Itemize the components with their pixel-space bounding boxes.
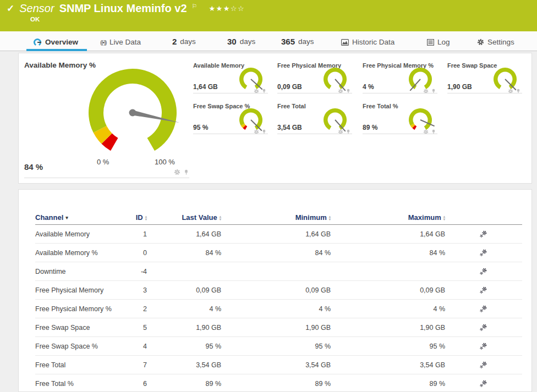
primary-channel-value: 84 % [24, 162, 43, 172]
cell-channel: Available Memory [35, 230, 131, 238]
channel-gauge-tile: Available Memory1,64 GB [193, 62, 268, 94]
table-row[interactable]: Free Swap Space %495 %95 %95 % [35, 337, 522, 356]
cell-last-value: 4 % [147, 305, 221, 313]
channel-settings-icon[interactable] [445, 268, 522, 275]
channel-settings-icon[interactable] [445, 380, 522, 388]
channel-gauge-value: 1,90 GB [447, 83, 472, 91]
gear-icon[interactable] [338, 86, 343, 96]
area-chart-icon [341, 39, 349, 46]
table-row[interactable]: Available Memory11,64 GB1,64 GB1,64 GB [35, 225, 522, 244]
priority-stars[interactable]: ★★★☆☆ [209, 4, 245, 13]
gear-icon[interactable] [508, 86, 513, 96]
channel-gauge-tile: Free Swap Space %95 % [193, 103, 268, 135]
pin-icon[interactable] [261, 86, 267, 96]
gear-icon[interactable] [423, 127, 429, 137]
table-row[interactable]: Free Swap Space51,90 GB1,90 GB1,90 GB [35, 318, 522, 337]
divider [447, 93, 522, 93]
column-header-last-value[interactable]: Last Value ▴▾ [147, 213, 221, 222]
channel-settings-icon[interactable] [445, 249, 522, 257]
tab-log[interactable]: Log [427, 38, 450, 46]
channel-gauge-value: 89 % [363, 124, 377, 131]
sort-icon: ▴▾ [443, 215, 445, 220]
pin-icon[interactable] [183, 168, 189, 178]
sensor-title: SNMP Linux Meminfo v2 [59, 2, 187, 15]
gear-icon[interactable] [254, 86, 259, 96]
cell-maximum: 0,09 GB [331, 286, 445, 294]
gear-icon[interactable] [423, 86, 429, 96]
channel-settings-icon[interactable] [445, 286, 522, 294]
sort-desc-icon: ▾ [65, 215, 68, 220]
cell-minimum: 0,09 GB [221, 286, 331, 294]
channel-gauge-tile: Free Physical Memory0,09 GB [277, 62, 352, 94]
cell-maximum: 1,90 GB [331, 324, 445, 332]
column-header-channel[interactable]: Channel ▾ [35, 213, 131, 222]
channel-settings-icon[interactable] [445, 230, 522, 238]
divider [277, 93, 352, 93]
cell-minimum: 95 % [221, 343, 331, 350]
priority-flag-icon[interactable]: ⚐ [192, 3, 198, 10]
column-header-minimum[interactable]: Minimum ▴▾ [221, 213, 331, 222]
table-row[interactable]: Free Physical Memory %24 %4 %4 % [35, 300, 522, 318]
pin-icon[interactable] [261, 127, 267, 137]
tab-30-days[interactable]: 30 days [227, 37, 255, 46]
divider [193, 93, 268, 93]
pin-icon[interactable] [346, 127, 351, 137]
cell-channel: Free Swap Space % [35, 343, 131, 350]
cell-id: 4 [131, 343, 147, 350]
cell-maximum: 95 % [331, 343, 445, 350]
channels-table-panel: Channel ▾ ID ▴▾ Last Value ▴▾ Minimum ▴▾… [18, 189, 532, 392]
tab-overview[interactable]: Overview [33, 38, 78, 46]
channel-gauge-tile: Free Total %89 % [363, 103, 437, 135]
cell-channel: Downtime [35, 268, 131, 275]
cell-id: 7 [131, 361, 147, 369]
channel-gauge-value: 1,64 GB [193, 83, 218, 91]
channel-gauge-tile: Free Physical Memory %4 % [363, 62, 437, 94]
cell-last-value: 89 % [147, 380, 221, 388]
gauge-scale-max: 100 % [155, 158, 175, 166]
gear-icon[interactable] [174, 168, 180, 178]
table-row[interactable]: Free Total %689 %89 %89 % [35, 374, 522, 392]
tab-live-data[interactable]: ((•)) Live Data [100, 38, 141, 46]
channel-gauge-value: 0,09 GB [277, 83, 302, 91]
cell-id: 1 [131, 230, 147, 238]
pin-icon[interactable] [431, 86, 436, 96]
gear-icon [477, 38, 484, 46]
pin-icon[interactable] [516, 86, 521, 96]
pin-icon[interactable] [346, 86, 351, 96]
cell-minimum: 1,64 GB [221, 230, 331, 238]
channel-settings-icon[interactable] [445, 324, 522, 332]
primary-channel-gauge [74, 62, 191, 158]
channel-settings-icon[interactable] [445, 305, 522, 313]
column-header-maximum[interactable]: Maximum ▴▾ [331, 213, 445, 222]
cell-maximum: 4 % [331, 305, 445, 313]
live-signal-icon: ((•)) [100, 39, 106, 46]
tab-settings[interactable]: Settings [477, 38, 514, 46]
channel-gauge-value: 4 % [363, 83, 374, 91]
tab-2-days[interactable]: 2 days [172, 37, 196, 46]
channels-table-body: Available Memory11,64 GB1,64 GB1,64 GBAv… [35, 225, 522, 392]
channel-settings-icon[interactable] [445, 361, 522, 369]
table-row[interactable]: Free Total73,54 GB3,54 GB3,54 GB [35, 356, 522, 374]
pin-icon[interactable] [431, 127, 436, 137]
cell-id: 6 [131, 380, 147, 388]
channel-settings-icon[interactable] [445, 343, 522, 350]
table-row[interactable]: Available Memory %084 %84 %84 % [35, 244, 522, 262]
cell-channel: Available Memory % [35, 249, 131, 257]
column-header-id[interactable]: ID ▴▾ [131, 213, 147, 222]
cell-minimum: 4 % [221, 305, 331, 313]
status-badge: OK [30, 16, 40, 23]
cell-maximum: 1,64 GB [331, 230, 445, 238]
channel-gauge-title: Free Total [277, 103, 306, 109]
tab-365-days[interactable]: 365 days [281, 37, 314, 46]
cell-id: 2 [131, 305, 147, 313]
gear-icon[interactable] [254, 127, 259, 137]
table-row[interactable]: Downtime-4 [35, 262, 522, 281]
cell-channel: Free Physical Memory [35, 286, 131, 294]
cell-channel: Free Total % [35, 380, 131, 388]
cell-maximum: 3,54 GB [331, 361, 445, 369]
cell-channel: Free Physical Memory % [35, 305, 131, 313]
cell-last-value: 95 % [147, 343, 221, 350]
table-row[interactable]: Free Physical Memory30,09 GB0,09 GB0,09 … [35, 281, 522, 300]
gear-icon[interactable] [338, 127, 343, 137]
tab-historic-data[interactable]: Historic Data [341, 38, 394, 46]
